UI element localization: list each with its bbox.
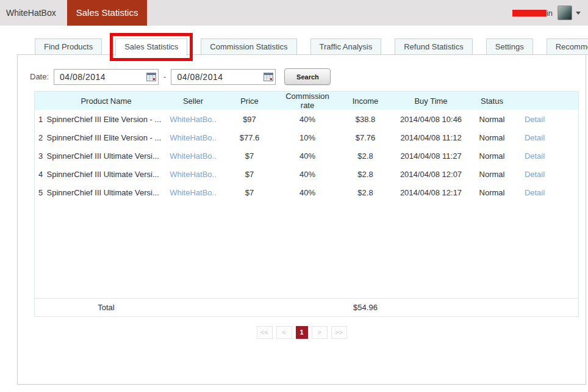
col-product-name: Product Name: [47, 92, 166, 111]
buy-time: 2014/04/08 12:17: [395, 183, 468, 201]
detail-link[interactable]: Detail: [525, 115, 545, 124]
product-name: SpinnerChief III Elite Version - ...: [47, 110, 166, 128]
product-name: SpinnerChief III Ultimate Versi...: [47, 183, 166, 201]
table-header-row: Product Name Seller Price Commission rat…: [35, 92, 579, 111]
table-row: 1 SpinnerChief III Elite Version - ... W…: [35, 110, 579, 128]
username-text: in: [547, 9, 553, 18]
row-number: 1: [35, 110, 47, 128]
seller-link[interactable]: WhiteHatBo..: [170, 151, 217, 161]
seller-link[interactable]: WhiteHatBo..: [170, 133, 217, 142]
col-status: Status: [468, 92, 517, 111]
seller-link[interactable]: WhiteHatBo..: [170, 115, 217, 124]
seller-link[interactable]: WhiteHatBo..: [170, 188, 217, 197]
price: $7: [221, 165, 279, 183]
income: $2.8: [337, 165, 395, 183]
date-to-input[interactable]: [171, 69, 276, 85]
topbar: WhiteHatBox Sales Statistics in: [0, 0, 588, 26]
col-seller: Seller: [166, 92, 221, 111]
price: $97: [221, 110, 279, 128]
detail-link[interactable]: Detail: [525, 170, 545, 179]
col-buy-time: Buy Time: [395, 92, 468, 111]
col-commission-rate: Commission rate: [279, 92, 337, 111]
detail-link[interactable]: Detail: [525, 133, 545, 142]
calendar-icon[interactable]: [146, 72, 156, 81]
pagination-first-button[interactable]: <<: [257, 326, 273, 339]
date-from-input[interactable]: [54, 69, 159, 85]
chevron-down-icon[interactable]: [576, 12, 581, 15]
product-name: SpinnerChief III Ultimate Versi...: [47, 165, 166, 183]
row-number: 5: [35, 183, 47, 201]
product-name: SpinnerChief III Ultimate Versi...: [47, 147, 166, 165]
status: Normal: [468, 110, 517, 128]
tab-recommended-view[interactable]: Recommended View: [547, 38, 588, 55]
total-label: Total: [47, 298, 166, 316]
topbar-spacer: [147, 0, 512, 26]
income: $2.8: [337, 183, 395, 201]
pagination: << < 1 > >>: [18, 326, 586, 339]
detail-link[interactable]: Detail: [525, 188, 545, 197]
total-row: Total $54.96: [35, 298, 579, 316]
date-label: Date:: [30, 72, 49, 81]
price: $7: [221, 147, 279, 165]
commission-rate: 40%: [279, 183, 337, 201]
price: $77.6: [221, 128, 279, 147]
calendar-icon[interactable]: [264, 72, 273, 81]
product-name: SpinnerChief III Elite Version - ...: [47, 128, 166, 147]
table-empty-area: [35, 201, 579, 298]
tab-sales-statistics[interactable]: Sales Statistics: [115, 38, 187, 56]
tabstrip: Find Products Sales Statistics Commissio…: [17, 38, 588, 55]
row-number: 4: [35, 165, 47, 183]
pagination-page-1[interactable]: 1: [296, 326, 308, 339]
status: Normal: [468, 183, 517, 201]
seller-link[interactable]: WhiteHatBo..: [170, 170, 217, 179]
commission-rate: 40%: [279, 110, 337, 128]
tab-commission-statistics[interactable]: Commission Statistics: [201, 38, 296, 55]
topnav-sales-statistics[interactable]: Sales Statistics: [67, 0, 148, 26]
pagination-last-button[interactable]: >>: [331, 326, 347, 339]
user-menu[interactable]: in: [512, 0, 588, 26]
commission-rate: 40%: [279, 165, 337, 183]
col-detail: [517, 92, 553, 111]
income: $7.76: [337, 128, 395, 147]
income: $38.8: [337, 110, 395, 128]
pagination-next-button[interactable]: >: [312, 326, 328, 339]
content-panel: Date: -: [17, 55, 586, 385]
brand-link[interactable]: WhiteHatBox: [0, 0, 62, 26]
date-to-field: [171, 69, 276, 85]
search-button[interactable]: Search: [284, 68, 331, 85]
tab-traffic-analysis[interactable]: Traffic Analysis: [310, 38, 382, 55]
total-income: $54.96: [337, 298, 395, 316]
col-filler: [553, 92, 579, 111]
buy-time: 2014/04/08 11:12: [395, 128, 468, 147]
pagination-prev-button[interactable]: <: [276, 326, 292, 339]
sales-table: Product Name Seller Price Commission rat…: [34, 91, 579, 317]
col-income: Income: [337, 92, 395, 111]
detail-link[interactable]: Detail: [525, 151, 545, 161]
date-range-separator: -: [163, 72, 166, 81]
tab-find-products[interactable]: Find Products: [35, 38, 102, 55]
commission-rate: 10%: [279, 128, 337, 147]
table-row: 5 SpinnerChief III Ultimate Versi... Whi…: [35, 183, 579, 201]
tab-settings[interactable]: Settings: [486, 38, 533, 55]
col-price: Price: [221, 92, 279, 111]
row-number: 2: [35, 128, 47, 147]
buy-time: 2014/04/08 11:27: [395, 147, 468, 165]
commission-rate: 40%: [279, 147, 337, 165]
tab-refund-statistics[interactable]: Refund Statistics: [395, 38, 473, 55]
table-row: 4 SpinnerChief III Ultimate Versi... Whi…: [35, 165, 579, 183]
date-filter-row: Date: -: [30, 68, 586, 85]
table-row: 2 SpinnerChief III Elite Version - ... W…: [35, 128, 579, 147]
price: $7: [221, 183, 279, 201]
status: Normal: [468, 128, 517, 147]
col-num: [35, 92, 47, 111]
table-row: 3 SpinnerChief III Ultimate Versi... Whi…: [35, 147, 579, 165]
income: $2.8: [337, 147, 395, 165]
buy-time: 2014/04/08 12:07: [395, 165, 468, 183]
buy-time: 2014/04/08 10:46: [395, 110, 468, 128]
screen: WhiteHatBox Sales Statistics in Find Pro…: [0, 0, 588, 392]
status: Normal: [468, 147, 517, 165]
avatar[interactable]: [558, 5, 572, 20]
date-from-field: [54, 69, 159, 85]
username-redaction: [512, 10, 547, 16]
status: Normal: [468, 165, 517, 183]
